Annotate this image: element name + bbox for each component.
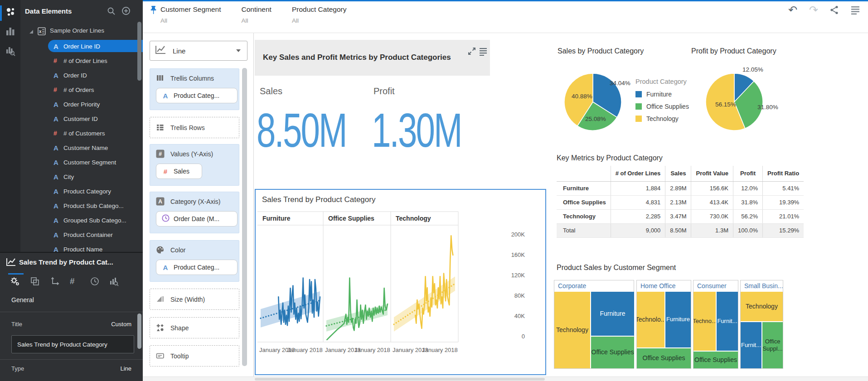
field-grouped-sub-catego[interactable]: AGrouped Sub Catego... xyxy=(20,213,143,227)
drop-zone-values-y-axis[interactable]: #Values (Y-Axis)#Sales xyxy=(150,144,239,186)
type-value[interactable]: Line xyxy=(77,365,131,372)
properties-scrollbar[interactable] xyxy=(137,313,141,349)
section-general[interactable]: General xyxy=(11,296,34,304)
legend-swatch xyxy=(635,116,642,122)
tab-date-format-icon[interactable] xyxy=(90,276,100,286)
drop-zone-category-x-axis[interactable]: ACategory (X-Axis)Order Date (M... xyxy=(150,192,239,233)
legend-item-technology[interactable]: Technology xyxy=(635,115,689,122)
grammar-scrollbar[interactable] xyxy=(242,68,247,366)
field-order-id[interactable]: AOrder ID xyxy=(20,68,143,82)
treemap-tile-furniture[interactable]: Furniture xyxy=(665,292,691,347)
pie-label-technology: 56.15% xyxy=(715,101,736,108)
drop-zone-tooltip[interactable]: Tooltip xyxy=(150,345,239,367)
menu-icon[interactable] xyxy=(850,5,861,15)
field-product-sub-catego[interactable]: AProduct Sub Catego... xyxy=(20,198,143,213)
viz-menu-icon[interactable] xyxy=(479,47,488,56)
field-label: # of Orders xyxy=(63,87,94,93)
share-icon[interactable] xyxy=(829,5,840,15)
redo-icon[interactable]: ↷ xyxy=(808,5,819,15)
legend-swatch xyxy=(635,103,642,110)
field-of-customers[interactable]: ## of Customers xyxy=(20,126,143,140)
data-elements-nav-icon[interactable] xyxy=(5,6,16,17)
title-mode-value[interactable]: Custom xyxy=(77,321,131,328)
pie-label-office-supplies: 31.80% xyxy=(757,104,778,111)
field-city[interactable]: ACity xyxy=(20,169,143,184)
treemap-tile-technology[interactable]: Technology xyxy=(741,292,783,321)
svg-text:x: x xyxy=(39,29,42,34)
pill-order-date-m[interactable]: Order Date (M... xyxy=(156,211,238,227)
tab-axis-icon[interactable] xyxy=(50,276,60,286)
drop-zone-trellis-rows[interactable]: Trellis Rows xyxy=(150,117,239,138)
trellis-line-chart[interactable]: Sales Trend by Product Category Furnitur… xyxy=(255,189,546,375)
horizontal-scrollbar-thumb[interactable] xyxy=(255,378,545,381)
pill-sales[interactable]: #Sales xyxy=(156,164,202,179)
treemap-tile-office-suppl[interactable]: Office Suppl... xyxy=(762,322,783,368)
field-customer-segment[interactable]: ACustomer Segment xyxy=(20,155,143,169)
treemap-group-header: Corporate xyxy=(554,280,634,292)
tab-container-icon[interactable] xyxy=(30,276,40,286)
legend-item-furniture[interactable]: Furniture xyxy=(635,91,689,98)
analytics-nav-icon[interactable] xyxy=(5,45,16,56)
undo-icon[interactable]: ↶ xyxy=(787,5,798,15)
visualizations-nav-icon[interactable] xyxy=(5,26,16,37)
maximize-icon[interactable] xyxy=(468,47,476,55)
field-product-container[interactable]: AProduct Container xyxy=(20,227,143,242)
legend-item-office-supplies[interactable]: Office Supplies xyxy=(635,103,689,110)
fields-scrollbar[interactable] xyxy=(137,22,141,81)
key-metrics-table-viz[interactable]: # of Order LinesSalesProfit ValueProfitP… xyxy=(557,166,804,238)
tab-analytics-icon[interactable] xyxy=(109,276,119,286)
pie-legend: Product Category FurnitureOffice Supplie… xyxy=(635,78,689,127)
pill-product-categ[interactable]: AProduct Categ... xyxy=(156,260,238,275)
dataset-row[interactable]: x Sample Order Lines xyxy=(20,25,143,37)
treemap-visualization[interactable]: CorporateTechnologyFurnitureOffice Suppl… xyxy=(554,280,783,370)
line-chart-icon xyxy=(155,45,166,57)
pill-product-categ[interactable]: AProduct Categ... xyxy=(156,88,238,103)
tile-profit-value: 1.30M xyxy=(372,106,461,154)
drop-zone-size-width[interactable]: Size (Width) xyxy=(150,289,239,310)
legend-title: Product Category xyxy=(635,78,689,85)
active-nav-indicator xyxy=(0,5,2,21)
field-product-category[interactable]: AProduct Category xyxy=(20,184,143,198)
chart-type-dropdown[interactable]: Line xyxy=(150,41,247,61)
drop-zone-color[interactable]: ColorAProduct Categ... xyxy=(150,240,239,282)
canvas-header-title: Key Sales and Profit Metrics by Product … xyxy=(263,53,451,62)
tab-values-icon[interactable]: # xyxy=(70,276,80,286)
field-customer-name[interactable]: ACustomer Name xyxy=(20,140,143,155)
horizontal-scrollbar[interactable] xyxy=(143,376,868,381)
treemap-tile-office-supplies[interactable]: Office Supplies xyxy=(693,352,738,368)
field-of-orders[interactable]: ## of Orders xyxy=(20,82,143,97)
tab-general-gear-icon[interactable] xyxy=(10,276,20,286)
filter-product-category[interactable]: Product CategoryAll xyxy=(292,5,347,24)
y-axis-label: 0 xyxy=(490,333,525,340)
treemap-tile-techno[interactable]: Techno... xyxy=(693,292,716,351)
pie2-title: Profit by Product Category xyxy=(691,47,776,55)
field-product-name[interactable]: AProduct Name xyxy=(20,242,143,252)
size-width-icon xyxy=(156,295,165,304)
drop-zone-shape[interactable]: Shape xyxy=(150,317,239,338)
treemap-tile-furniture[interactable]: Furniture xyxy=(591,292,634,336)
table-row: Total9,0008.50M1.3M100.0%15.29% xyxy=(557,223,804,237)
field-label: City xyxy=(63,174,74,180)
treemap-tile-furnit[interactable]: Furnit... xyxy=(717,292,738,351)
text-header-visualization[interactable]: Key Sales and Profit Metrics by Product … xyxy=(255,40,490,76)
collapse-caret-icon[interactable] xyxy=(29,30,33,34)
filter-continent[interactable]: ContinentAll xyxy=(242,5,272,24)
field-order-line-id[interactable]: AOrder Line ID xyxy=(20,39,143,53)
drop-zone-trellis-columns[interactable]: Trellis ColumnsAProduct Categ... xyxy=(150,68,239,110)
table-header: Profit Ratio xyxy=(763,166,804,181)
y-axis-label: 160K xyxy=(490,251,525,258)
filter-customer-segment[interactable]: Customer SegmentAll xyxy=(150,5,221,24)
trellis-columns-icon xyxy=(156,74,165,83)
field-of-order-lines[interactable]: ## of Order Lines xyxy=(20,53,143,68)
treemap-tile-technolo[interactable]: Technolo... xyxy=(637,292,664,347)
custom-title-input[interactable] xyxy=(11,335,134,353)
add-data-icon[interactable] xyxy=(121,6,131,16)
field-order-priority[interactable]: AOrder Priority xyxy=(20,97,143,111)
treemap-tile-technology[interactable]: Technology xyxy=(554,292,590,368)
field-list: AOrder Line ID## of Order LinesAOrder ID… xyxy=(20,39,143,252)
treemap-tile-office-supplies[interactable]: Office Supplies xyxy=(637,348,691,368)
treemap-tile-furnit[interactable]: Furnit... xyxy=(741,322,761,368)
field-customer-id[interactable]: ACustomer ID xyxy=(20,111,143,126)
treemap-tile-office-supplies[interactable]: Office Supplies xyxy=(591,337,634,368)
search-icon[interactable] xyxy=(107,6,116,16)
